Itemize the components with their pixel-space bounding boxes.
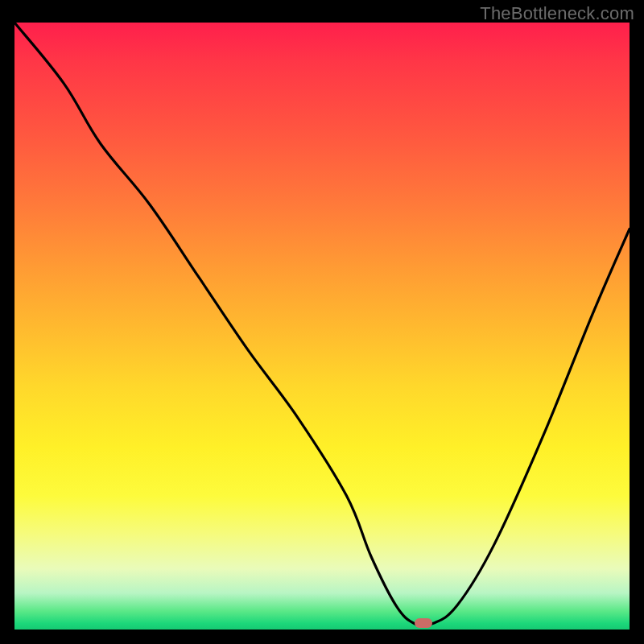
- bottleneck-curve-path: [14, 23, 630, 626]
- watermark-text: TheBottleneck.com: [480, 3, 634, 24]
- optimal-point-marker: [415, 618, 432, 628]
- bottleneck-curve-svg: [14, 23, 630, 630]
- chart-frame: TheBottleneck.com: [0, 0, 644, 644]
